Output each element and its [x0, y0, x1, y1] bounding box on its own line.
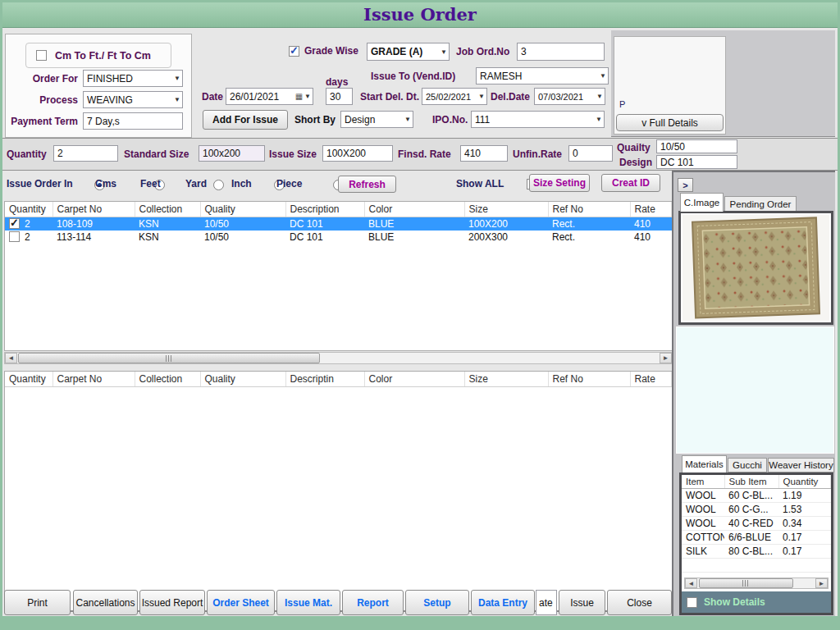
- start-del-select[interactable]: 25/02/2021▼: [422, 88, 487, 105]
- job-ord-field[interactable]: 3: [517, 43, 605, 61]
- order-table: Quantity Carpet No Collection Quality De…: [4, 201, 673, 351]
- chevron-down-icon: ▼: [172, 75, 180, 82]
- calendar-icon: ▦: [295, 92, 303, 101]
- unit-label-feet: Feet: [140, 178, 161, 189]
- short-by-select[interactable]: Design▼: [340, 111, 413, 128]
- size-seting-button[interactable]: Size Seting: [529, 174, 590, 192]
- order-table-hscrollbar[interactable]: ◄ ►: [4, 352, 673, 364]
- show-all-label: Show ALL: [456, 178, 504, 189]
- unfin-rate-field[interactable]: 0: [568, 145, 613, 162]
- grade-select[interactable]: GRADE (A)▼: [367, 43, 450, 61]
- full-details-panel: P v Full Details: [614, 36, 726, 135]
- list-item[interactable]: SILK 80 C-BL... 0.17: [682, 545, 831, 559]
- expand-panel-button[interactable]: >: [678, 178, 693, 192]
- list-item[interactable]: WOOL 60 C-G... 1.53: [682, 503, 831, 517]
- issue-button[interactable]: Issue: [559, 590, 605, 615]
- start-del-label: Start Del. Dt.: [360, 91, 419, 103]
- del-date-select[interactable]: 07/03/2021▼: [534, 88, 605, 105]
- finsd-rate-field[interactable]: 410: [460, 145, 508, 162]
- order-for-label: Order For: [6, 73, 78, 84]
- data-entry-button[interactable]: Data Entry: [471, 590, 535, 615]
- ipo-no-select[interactable]: 111▼: [471, 111, 605, 128]
- ipo-no-label: IPO.No.: [432, 114, 468, 126]
- tab-weaver-history[interactable]: Weaver History: [768, 458, 834, 472]
- show-details-checkbox[interactable]: [687, 597, 697, 608]
- standard-size-field[interactable]: 100x200: [199, 145, 265, 162]
- tab-pending-order[interactable]: Pending Order: [724, 196, 797, 212]
- full-details-button[interactable]: v Full Details: [616, 114, 724, 131]
- main-content: Cm To Ft./ Ft To Cm Order For FINISHED▼ …: [2, 28, 838, 616]
- cm-ft-checkbox[interactable]: [36, 50, 47, 61]
- materials-header: Item Sub Item Quantity: [682, 475, 831, 489]
- show-details-label: Show Details: [704, 596, 765, 608]
- unit-label-cms: Cms: [95, 178, 116, 189]
- grade-wise-label: Grade Wise: [304, 45, 358, 57]
- order-sheet-button[interactable]: Order Sheet: [207, 590, 275, 615]
- chevron-down-icon: ▼: [172, 96, 180, 103]
- unit-label-yard: Yard: [185, 178, 207, 189]
- date-picker[interactable]: 26/01/2021 ▦ ▼: [226, 88, 313, 105]
- short-by-label: Short By: [294, 114, 336, 126]
- cm-ft-label: Cm To Ft./ Ft To Cm: [55, 50, 151, 62]
- tab-materials[interactable]: Materials: [682, 455, 727, 472]
- tab-c-image[interactable]: C.Image: [680, 193, 724, 212]
- issue-order-window: Issue Order Cm To Ft./ Ft To Cm Order Fo…: [0, 0, 840, 630]
- process-label: Process: [6, 94, 78, 106]
- process-select[interactable]: WEAVING▼: [83, 91, 183, 108]
- close-button[interactable]: Close: [607, 590, 672, 615]
- scroll-left-icon[interactable]: ◄: [685, 578, 697, 588]
- order-table-header[interactable]: Quantity Carpet No Collection Quality De…: [5, 202, 672, 217]
- issue-size-label: Issue Size: [269, 148, 317, 160]
- materials-hscrollbar[interactable]: ◄ ►: [684, 578, 829, 589]
- issue-size-field[interactable]: 100X200: [322, 145, 393, 162]
- scroll-right-icon[interactable]: ►: [815, 578, 828, 588]
- quantity-field[interactable]: 2: [53, 145, 118, 162]
- chevron-down-icon: ▼: [594, 116, 602, 123]
- grade-wise-checkbox[interactable]: [289, 46, 299, 57]
- issued-report-button[interactable]: Issued Report: [139, 590, 205, 615]
- finsd-rate-label: Finsd. Rate: [398, 148, 451, 160]
- unfin-rate-label: Unfin.Rate: [513, 148, 562, 160]
- row-checkbox[interactable]: [9, 231, 20, 242]
- list-item[interactable]: WOOL 40 C-RED 0.34: [682, 517, 831, 531]
- list-item[interactable]: WOOL 60 C-BL... 1.19: [682, 489, 831, 503]
- issue-to-select[interactable]: RAMESH▼: [476, 67, 609, 84]
- issue-to-label: Issue To (Vend.ID): [371, 71, 455, 82]
- unit-radio-yard[interactable]: [213, 180, 224, 190]
- print-button[interactable]: Print: [4, 590, 71, 615]
- unit-label-inch: Inch: [231, 178, 252, 189]
- order-for-select[interactable]: FINISHED▼: [83, 70, 183, 87]
- unit-label-piece: Piece: [276, 178, 302, 189]
- scroll-right-icon[interactable]: ►: [660, 353, 672, 363]
- table-row[interactable]: 2 108-109 KSN 10/50 DC 101 BLUE 100X200 …: [5, 217, 672, 231]
- row-checkbox[interactable]: [9, 218, 20, 229]
- payment-term-field[interactable]: 7 Day,s: [83, 112, 183, 130]
- scroll-left-icon[interactable]: ◄: [5, 353, 17, 363]
- report-button[interactable]: Report: [342, 590, 404, 615]
- days-field[interactable]: 30: [326, 88, 353, 105]
- title-bar: Issue Order: [2, 2, 838, 28]
- partial-button[interactable]: ate: [536, 590, 557, 615]
- days-label: days: [326, 76, 348, 88]
- design-label: Design: [619, 157, 652, 168]
- quantity-label: Quantity: [7, 148, 47, 160]
- scroll-thumb[interactable]: [18, 353, 320, 363]
- setup-button[interactable]: Setup: [405, 590, 469, 615]
- tab-gucchi[interactable]: Gucchi: [728, 458, 767, 472]
- issue-order-in-label: Issue Order In: [7, 178, 73, 189]
- creat-id-button[interactable]: Creat ID: [601, 174, 660, 192]
- list-item[interactable]: COTTON 6/6-BLUE 0.17: [682, 531, 831, 545]
- chevron-down-icon: ▼: [477, 93, 485, 100]
- detail-bar: Quantity 2 Standard Size 100x200 Issue S…: [2, 138, 838, 171]
- cancellations-button[interactable]: Cancellations: [73, 590, 138, 615]
- quailty-field[interactable]: 10/50: [656, 139, 737, 153]
- table-row[interactable]: 2 113-114 KSN 10/50 DC 101 BLUE 200X300 …: [5, 231, 672, 244]
- chevron-down-icon: ▼: [598, 72, 606, 80]
- pending-table-header[interactable]: Quantity Carpet No Collection Quality De…: [5, 372, 672, 387]
- carpet-image: [682, 215, 829, 321]
- issue-mat-button[interactable]: Issue Mat.: [276, 590, 340, 615]
- add-for-issue-button[interactable]: Add For Issue: [203, 110, 288, 130]
- scroll-thumb[interactable]: [699, 578, 793, 588]
- refresh-button[interactable]: Refresh: [338, 176, 396, 193]
- design-field[interactable]: DC 101: [656, 155, 737, 169]
